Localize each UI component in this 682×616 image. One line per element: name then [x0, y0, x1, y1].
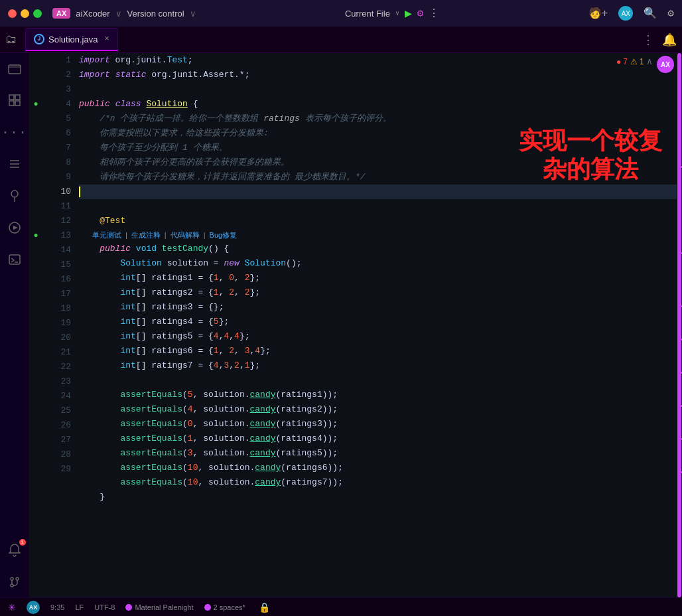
code-line-14: Solution solution = new Solution();: [79, 256, 677, 271]
settings-icon[interactable]: ⚙: [667, 7, 674, 20]
line-num-9: 9: [66, 170, 71, 185]
code-line-11: [79, 199, 677, 214]
version-control[interactable]: Version control: [127, 9, 184, 19]
line-num-26: 26: [60, 418, 71, 433]
code-editor[interactable]: ● 7 ⚠ 1 ∧ ∨ 实现一个较复 杂的算法 ●: [29, 53, 682, 597]
status-encoding[interactable]: UTF-8: [94, 603, 115, 611]
scroll-marker-6: [679, 405, 682, 407]
current-file-label[interactable]: Current File: [345, 9, 390, 19]
indent-dot: [204, 604, 211, 611]
run-icon[interactable]: ▶: [405, 6, 412, 21]
gutter-line-22: [29, 360, 42, 374]
user-plus-icon[interactable]: 🧑+: [588, 7, 608, 20]
main-area: ··· 1 ● 7: [0, 53, 682, 597]
gutter-line-27: [29, 433, 42, 447]
code-line-9: 请你给每个孩子分发糖果，计算并返回需要准备的 最少糖果数目。*/: [79, 170, 677, 185]
minimize-button[interactable]: [21, 9, 29, 18]
status-lf[interactable]: LF: [75, 603, 84, 611]
project-folder-icon[interactable]: 🗂: [5, 33, 17, 46]
scroll-marker-4: [679, 339, 682, 341]
line-num-14: 14: [60, 243, 71, 258]
maximize-button[interactable]: [33, 9, 42, 18]
scroll-marker-2: [679, 252, 682, 254]
sidebar-bottom: 1: [5, 540, 25, 592]
line-num-3: 3: [66, 82, 71, 97]
gutter-icons: ● ●: [29, 53, 42, 597]
gutter-line-7: [29, 141, 42, 155]
tab-solution-java[interactable]: J Solution.java ×: [25, 28, 118, 51]
scrollbar[interactable]: [677, 53, 682, 597]
status-lock: 🔒: [259, 602, 270, 613]
line-num-4: 4: [66, 97, 71, 112]
avatar[interactable]: AX: [618, 6, 633, 21]
svg-point-16: [11, 584, 13, 587]
search-icon[interactable]: 🔍: [644, 7, 657, 20]
scroll-thumb[interactable]: [677, 53, 681, 597]
tab-close-button[interactable]: ×: [104, 35, 109, 44]
gutter-line-11: [29, 199, 42, 214]
line-num-5: 5: [66, 112, 71, 126]
tabbar-bell-icon[interactable]: 🔔: [662, 33, 677, 47]
sidebar-icon-git[interactable]: [5, 572, 25, 592]
warning-icon: ⚠: [630, 57, 638, 66]
sidebar-icon-terminal[interactable]: [5, 250, 25, 270]
tabbar: 🗂 J Solution.java × ⋮ 🔔: [0, 27, 682, 53]
gutter-line-24: [29, 389, 42, 404]
sidebar-icon-folder[interactable]: [5, 58, 25, 78]
code-content[interactable]: import org.junit.Test; import static org…: [79, 53, 677, 597]
tabbar-right: ⋮ 🔔: [642, 33, 677, 47]
status-spinner: ✳: [8, 602, 16, 613]
tooltip-unit-test[interactable]: 单元测试: [92, 228, 121, 242]
code-line-10: [79, 185, 677, 199]
charset-label: UTF-8: [94, 603, 115, 611]
code-line-2: import static org.junit.Assert.*;: [79, 68, 677, 82]
statusbar: ✳ AX 9:35 LF UTF-8 Material Palenight 2 …: [0, 597, 682, 616]
sidebar-icon-play[interactable]: [5, 218, 25, 238]
scroll-marker-8: [679, 471, 682, 473]
line-num-8: 8: [66, 155, 71, 170]
app-name[interactable]: aiXcoder: [76, 9, 109, 19]
line-num-11: 11: [60, 199, 71, 214]
gutter-line-19: [29, 316, 42, 331]
gutter-line-10: [29, 185, 42, 199]
line-num-24: 24: [60, 389, 71, 404]
svg-point-8: [11, 191, 18, 197]
close-button[interactable]: [8, 9, 17, 18]
svg-rect-0: [9, 65, 21, 74]
tooltip-gen-comment[interactable]: 生成注释: [131, 228, 161, 242]
line-num-18: 18: [60, 301, 71, 316]
sidebar-icon-pin[interactable]: [5, 186, 25, 206]
line-numbers: 1 2 3 4 5 6 7 8 9 10 11 12 13 14 15 16 1…: [42, 53, 79, 597]
gutter-line-8: [29, 155, 42, 170]
tooltip-code-explain[interactable]: 代码解释: [170, 228, 200, 242]
tabbar-more-icon[interactable]: ⋮: [642, 33, 654, 47]
sidebar-icon-grid[interactable]: [5, 90, 25, 110]
sidebar-icon-list[interactable]: [5, 154, 25, 174]
sidebar-icon-dots[interactable]: ···: [5, 122, 25, 142]
status-indent[interactable]: 2 spaces*: [204, 603, 245, 611]
status-time: 9:35: [50, 603, 64, 611]
line-num-13: 13: [60, 228, 71, 243]
code-line-23: assertEquals(5, solution.candy(ratings1)…: [79, 388, 677, 402]
line-num-7: 7: [66, 141, 71, 155]
editor-avatar: AX: [657, 56, 674, 73]
line-num-12: 12: [60, 214, 71, 228]
code-line-20: int[] ratings6 = {1, 2, 3,4};: [79, 344, 677, 358]
error-badge: ● 7: [616, 57, 628, 66]
sidebar: ··· 1: [0, 53, 29, 597]
theme-color-dot: [125, 604, 132, 611]
tooltip-bug-fix[interactable]: Bug修复: [210, 228, 238, 242]
more-icon[interactable]: ⋮: [429, 7, 439, 20]
code-line-27: assertEquals(3, solution.candy(ratings5)…: [79, 446, 677, 461]
debug-icon[interactable]: ⚙: [417, 7, 424, 20]
status-theme[interactable]: Material Palenight: [125, 603, 193, 611]
code-line-30: }: [79, 490, 677, 504]
current-file-chevron[interactable]: ∨: [395, 9, 399, 17]
status-ax-badge[interactable]: AX: [27, 601, 40, 614]
svg-rect-3: [9, 101, 14, 106]
theme-name: Material Palenight: [135, 603, 193, 611]
gutter-line-21: [29, 345, 42, 360]
sidebar-icon-notification[interactable]: 1: [5, 540, 25, 560]
gutter-line-2: [29, 68, 42, 82]
gutter-line-6: [29, 126, 42, 141]
